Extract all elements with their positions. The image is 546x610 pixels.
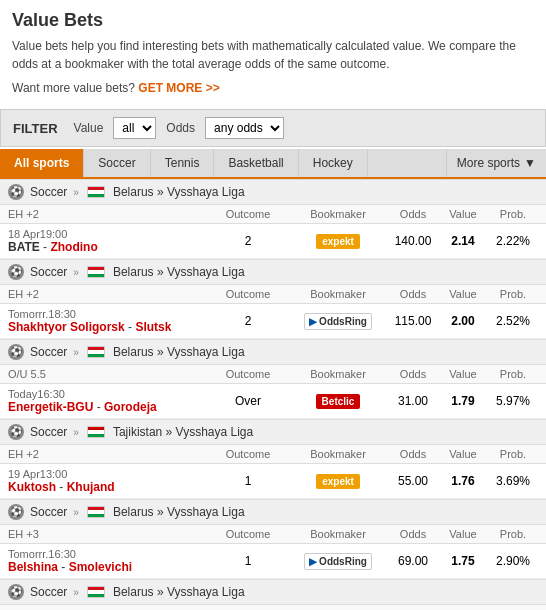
tab-hockey[interactable]: Hockey (299, 149, 368, 177)
tab-all-sports[interactable]: All sports (0, 149, 84, 177)
prob-header: Prob. (488, 368, 538, 380)
match-time: Tomorrr.16:30 (8, 548, 208, 560)
bookmaker-cell: expekt (288, 234, 388, 249)
sport-name: Soccer (30, 185, 67, 199)
col-headers-0: EH +2 Outcome Bookmaker Odds Value Prob. (0, 205, 546, 224)
league-name: Belarus » Vysshaya Liga (113, 345, 245, 359)
tab-basketball[interactable]: Basketball (214, 149, 298, 177)
separator: - (40, 240, 51, 254)
tab-spacer (368, 149, 446, 177)
odds-cell: 69.00 (388, 554, 438, 568)
odds-header: Odds (388, 528, 438, 540)
prob-header: Prob. (488, 448, 538, 460)
more-sports-button[interactable]: More sports ▼ (446, 149, 546, 177)
match-teams: Kuktosh - Khujand (8, 480, 208, 494)
prob-cell: 2.52% (488, 314, 538, 328)
value-cell: 1.79 (438, 394, 488, 408)
separator: - (125, 320, 136, 334)
match-time: 19 Apr13:00 (8, 468, 208, 480)
match-info: Tomorrr.18:30 Shakhtyor Soligorsk - Slut… (8, 308, 208, 334)
bookmaker-header: Bookmaker (288, 368, 388, 380)
odds-cell: 31.00 (388, 394, 438, 408)
bookmaker-header: Bookmaker (288, 288, 388, 300)
home-team: Belshina (8, 560, 58, 574)
get-more-prompt: Want more value bets? GET MORE >> (12, 79, 534, 97)
match-info: Today16:30 Energetik-BGU - Gorodeja (8, 388, 208, 414)
tab-soccer[interactable]: Soccer (84, 149, 150, 177)
match-teams: Belshina - Smolevichi (8, 560, 208, 574)
soccer-ball-icon: ⚽ (8, 424, 24, 440)
prob-cell: 2.90% (488, 554, 538, 568)
nav-arrow-icon: » (73, 347, 79, 358)
section-header-1: ⚽ Soccer » Belarus » Vysshaya Liga (0, 259, 546, 285)
get-more-link[interactable]: GET MORE >> (138, 81, 219, 95)
page-container: Value Bets Value bets help you find inte… (0, 0, 546, 610)
sport-name: Soccer (30, 425, 67, 439)
outcome-cell: 1 (208, 554, 288, 568)
match-info: 18 Apr19:00 BATE - Zhodino (8, 228, 208, 254)
match-info: 19 Apr13:00 Kuktosh - Khujand (8, 468, 208, 494)
bookmaker-header: Bookmaker (288, 208, 388, 220)
match-teams: BATE - Zhodino (8, 240, 208, 254)
col-headers-3: EH +2 Outcome Bookmaker Odds Value Prob. (0, 445, 546, 464)
match-teams: Shakhtyor Soligorsk - Slutsk (8, 320, 208, 334)
sport-name: Soccer (30, 585, 67, 599)
table-row: Tomorrr.16:30 Belshina - Smolevichi 1 ▶ … (0, 544, 546, 579)
bookmaker-header: Bookmaker (288, 528, 388, 540)
section-header-5: ⚽ Soccer » Belarus » Vysshaya Liga (0, 579, 546, 605)
away-team: Zhodino (50, 240, 97, 254)
odds-header: Odds (388, 208, 438, 220)
oddsring-logo: ▶ OddsRing (304, 553, 372, 570)
prob-header: Prob. (488, 528, 538, 540)
odds-header: Odds (388, 448, 438, 460)
flag-icon (87, 186, 105, 198)
prob-header: Prob. (488, 288, 538, 300)
match-time: 18 Apr19:00 (8, 228, 208, 240)
tab-soccer-label: Soccer (98, 156, 135, 170)
soccer-ball-icon: ⚽ (8, 584, 24, 600)
prob-header: Prob. (488, 208, 538, 220)
value-select[interactable]: all (113, 117, 156, 139)
odds-cell: 55.00 (388, 474, 438, 488)
sport-name: Soccer (30, 265, 67, 279)
tab-tennis[interactable]: Tennis (151, 149, 215, 177)
flag-icon (87, 346, 105, 358)
expekt-logo: expekt (316, 234, 360, 249)
match-info: Tomorrr.16:30 Belshina - Smolevichi (8, 548, 208, 574)
league-name: Tajikistan » Vysshaya Liga (113, 425, 253, 439)
nav-arrow-icon: » (73, 187, 79, 198)
section-header-4: ⚽ Soccer » Belarus » Vysshaya Liga (0, 499, 546, 525)
value-cell: 2.00 (438, 314, 488, 328)
value-header: Value (438, 528, 488, 540)
outcome-header: Outcome (208, 368, 288, 380)
get-more-text: Want more value bets? (12, 81, 135, 95)
prob-cell: 5.97% (488, 394, 538, 408)
soccer-ball-icon: ⚽ (8, 184, 24, 200)
flag-icon (87, 586, 105, 598)
odds-select[interactable]: any odds (205, 117, 284, 139)
more-sports-label: More sports (457, 156, 520, 170)
bookmaker-cell: ▶ OddsRing (288, 553, 388, 570)
bookmaker-cell: ▶ OddsRing (288, 313, 388, 330)
bookmaker-cell: expekt (288, 474, 388, 489)
outcome-cell: Over (208, 394, 288, 408)
value-label: Value (74, 121, 104, 135)
value-header: Value (438, 288, 488, 300)
nav-arrow-icon: » (73, 267, 79, 278)
page-title: Value Bets (12, 10, 534, 31)
match-time: Today16:30 (8, 388, 208, 400)
market-header: EH +3 (8, 528, 208, 540)
table-row: Tomorrr.18:30 Shakhtyor Soligorsk - Slut… (0, 304, 546, 339)
value-header: Value (438, 368, 488, 380)
outcome-header: Outcome (208, 528, 288, 540)
separator: - (56, 480, 67, 494)
away-team: Smolevichi (69, 560, 132, 574)
separator: - (58, 560, 69, 574)
odds-label: Odds (166, 121, 195, 135)
match-teams: Energetik-BGU - Gorodeja (8, 400, 208, 414)
tabs-bar: All sports Soccer Tennis Basketball Hock… (0, 149, 546, 179)
away-team: Gorodeja (104, 400, 157, 414)
tab-basketball-label: Basketball (228, 156, 283, 170)
col-headers-2: O/U 5.5 Outcome Bookmaker Odds Value Pro… (0, 365, 546, 384)
expekt-logo: expekt (316, 474, 360, 489)
